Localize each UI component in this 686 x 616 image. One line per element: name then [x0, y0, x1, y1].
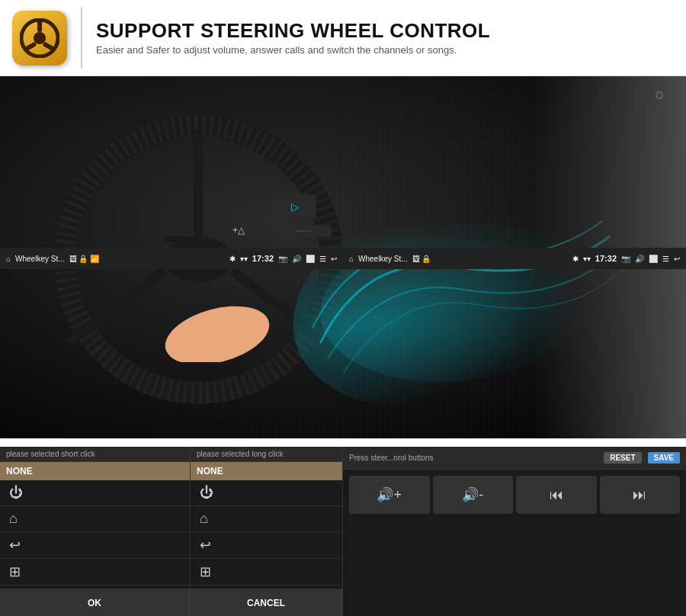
camera-icon-right[interactable]: 📷: [621, 255, 630, 263]
reset-button[interactable]: RESET: [604, 452, 641, 464]
list-item[interactable]: ⏻: [0, 480, 190, 506]
svg-point-12: [160, 301, 274, 362]
vol-icon[interactable]: 🔊: [292, 255, 301, 263]
camera-icon[interactable]: 📷: [278, 255, 287, 263]
app-name-left: Wheelkey St...: [15, 255, 64, 263]
long-click-items: ⏻ ⌂ ↩ ⊞ 🔊+ 🔊-: [191, 480, 342, 589]
vol-up-button[interactable]: 🔊+: [349, 476, 430, 514]
status-icons-right: 🖼 🔒: [412, 255, 431, 263]
home-icon-right[interactable]: ⌂: [349, 255, 354, 263]
vol-down-icon: 🔊-: [462, 486, 483, 503]
bluetooth-icon-right: ✱: [572, 255, 579, 263]
list-item[interactable]: ⊞: [0, 559, 190, 586]
time-right: 17:32: [595, 254, 617, 263]
bottom-panels: please selected short click NONE ⏻ ⌂ ↩ ⊞…: [0, 447, 686, 616]
short-click-none[interactable]: NONE: [0, 462, 190, 480]
list-item[interactable]: ⊞: [191, 559, 342, 586]
page-subtitle: Easier and Safer to adjust volume, answe…: [96, 44, 490, 56]
list-item[interactable]: ↩: [0, 532, 190, 559]
vol-down-button[interactable]: 🔊-: [433, 476, 514, 514]
status-bar-left: ⌂ Wheelkey St... 🖼 🔒 📶 ✱ ▾▾ 17:32 📷 🔊 ⬜ …: [0, 248, 343, 269]
short-click-header: please selected short click: [0, 447, 190, 462]
steering-control-panel: Press steer...nrol buttons RESET SAVE 🔊+…: [343, 447, 686, 616]
long-click-footer: CANCEL: [191, 589, 342, 616]
door-detail: [656, 91, 663, 99]
back-icon-right[interactable]: ↩: [674, 255, 680, 263]
grid-icon[interactable]: ☰: [319, 255, 326, 263]
wifi-icon: ▾▾: [240, 255, 248, 263]
steering-panel-title: Press steer...nrol buttons: [349, 454, 598, 462]
list-item[interactable]: ⌂: [0, 506, 190, 532]
prev-button[interactable]: ⏮: [516, 476, 597, 514]
long-click-header: please selected long click: [191, 447, 342, 462]
cancel-button[interactable]: CANCEL: [191, 589, 342, 616]
next-icon: ⏭: [633, 487, 646, 503]
svg-rect-8: [164, 236, 198, 242]
long-click-none[interactable]: NONE: [191, 462, 342, 480]
prev-icon: ⏮: [550, 487, 563, 503]
steering-panel-header: Press steer...nrol buttons RESET SAVE: [343, 447, 686, 470]
app-name-right: Wheelkey St...: [358, 255, 407, 263]
header: SUPPORT STEERING WHEEL CONTROL Easier an…: [0, 0, 686, 76]
list-item[interactable]: ⏻: [191, 480, 342, 506]
short-click-footer: OK: [0, 589, 190, 616]
time-left: 17:32: [252, 254, 274, 263]
long-click-panel: please selected long click NONE ⏻ ⌂ ↩ ⊞ …: [191, 447, 343, 616]
svg-rect-2: [37, 20, 42, 32]
short-click-items: ⏻ ⌂ ↩ ⊞ 🔊+ 🔊-: [0, 480, 190, 589]
status-bar-right: ⌂ Wheelkey St... 🖼 🔒 ✱ ▾▾ 17:32 📷 🔊 ⬜ ☰ …: [343, 248, 686, 269]
ok-button[interactable]: OK: [0, 589, 190, 616]
save-button[interactable]: SAVE: [648, 452, 681, 464]
home-icon-left[interactable]: ⌂: [6, 255, 11, 263]
back-icon-left[interactable]: ↩: [331, 255, 337, 263]
svg-rect-4: [43, 41, 56, 51]
vol-icon-right[interactable]: 🔊: [635, 255, 644, 263]
media-buttons-grid: 🔊+ 🔊- ⏮ ⏭: [343, 470, 686, 616]
next-button[interactable]: ⏭: [600, 476, 681, 514]
page-title: SUPPORT STEERING WHEEL CONTROL: [96, 20, 490, 42]
vol-indicator: +△: [232, 225, 245, 236]
vol-up-icon: 🔊+: [377, 486, 402, 503]
header-text-block: SUPPORT STEERING WHEEL CONTROL Easier an…: [96, 20, 490, 56]
monitor-icon-right[interactable]: ⬜: [649, 255, 658, 263]
monitor-icon[interactable]: ⬜: [306, 255, 315, 263]
svg-rect-3: [24, 41, 37, 51]
bluetooth-icon: ✱: [229, 255, 236, 263]
svg-point-1: [34, 32, 46, 44]
main-image-area: ▷ ━━━━ ◁ +△ ⊿ ⌂ Wheelkey St... 🖼 🔒 📶 ✱ ▾…: [0, 76, 686, 438]
hand-shape: [160, 301, 274, 362]
grid-icon-right[interactable]: ☰: [662, 255, 669, 263]
list-item[interactable]: ⌂: [191, 506, 342, 532]
status-icons-left: 🖼 🔒 📶: [69, 255, 100, 263]
app-icon: [12, 11, 67, 66]
wifi-icon-right: ▾▾: [583, 255, 591, 263]
header-divider: [81, 8, 82, 69]
short-click-panel: please selected short click NONE ⏻ ⌂ ↩ ⊞…: [0, 447, 191, 616]
list-item[interactable]: ↩: [191, 532, 342, 559]
